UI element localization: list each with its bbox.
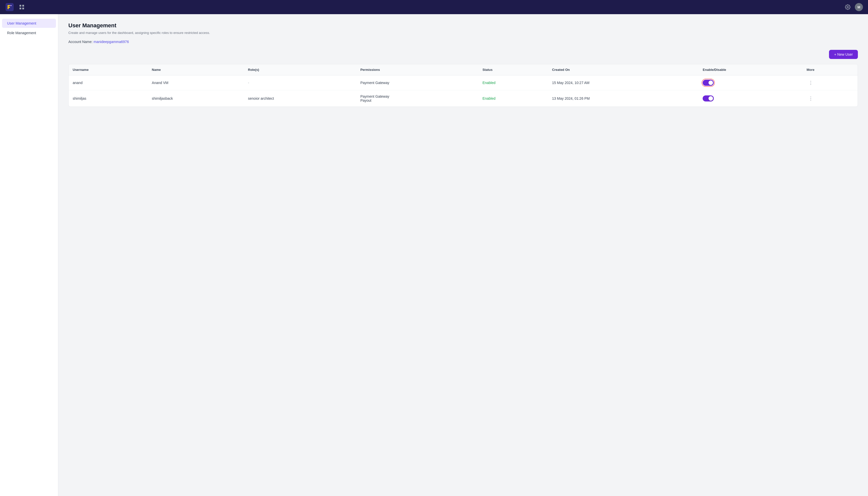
toggle-wrapper [703, 95, 798, 102]
cell-status: Enabled [478, 75, 548, 90]
page-title: User Management [68, 22, 858, 29]
users-table: Username Name Role(s) Permissions Status… [68, 64, 858, 107]
avatar[interactable]: M [855, 3, 863, 11]
sidebar: User Management Role Management [0, 14, 58, 496]
col-header-created-on: Created On [548, 64, 699, 75]
sidebar-item-user-management[interactable]: User Management [2, 19, 56, 28]
cell-name: Anand VM [148, 75, 244, 90]
new-user-button[interactable]: + New User [829, 50, 858, 59]
cell-more: ⋮ [803, 90, 858, 107]
col-header-permissions: Permissions [356, 64, 478, 75]
col-header-roles: Role(s) [244, 64, 356, 75]
toggle-knob [709, 96, 713, 101]
col-header-enable-disable: Enable/Disable [699, 64, 803, 75]
cell-status: Enabled [478, 90, 548, 107]
cell-created-on: 13 May 2024, 01:26 PM [548, 90, 699, 107]
account-name-row: Account Name: manideepgamma6976 [68, 40, 858, 44]
top-navigation: M [0, 0, 868, 14]
grid-icon[interactable] [18, 3, 25, 11]
cell-username: anand [68, 75, 148, 90]
sidebar-item-role-management[interactable]: Role Management [2, 28, 56, 37]
cell-more: ⋮ [803, 75, 858, 90]
svg-point-5 [847, 6, 849, 8]
main-content: User Management Create and manage users … [58, 14, 868, 496]
enable-disable-toggle[interactable] [703, 95, 714, 102]
table-header-row: Username Name Role(s) Permissions Status… [68, 64, 858, 75]
cell-permissions: Payment GatewayPayout [356, 90, 478, 107]
cell-name: shimiljasback [148, 90, 244, 107]
svg-rect-4 [22, 7, 24, 9]
app-logo[interactable] [5, 2, 14, 12]
status-badge: Enabled [482, 81, 495, 85]
toggle-wrapper [703, 80, 798, 86]
topnav-right: M [844, 3, 863, 11]
users-table-wrapper: Username Name Role(s) Permissions Status… [68, 64, 858, 107]
more-options-button[interactable]: ⋮ [806, 79, 815, 86]
more-options-button[interactable]: ⋮ [806, 95, 815, 102]
table-row: shimiljas shimiljasback senoior architec… [68, 90, 858, 107]
cell-toggle [699, 75, 803, 90]
svg-rect-3 [19, 7, 21, 9]
col-header-more: More [803, 64, 858, 75]
status-badge: Enabled [482, 96, 495, 100]
col-header-name: Name [148, 64, 244, 75]
cell-roles: - [244, 75, 356, 90]
settings-icon[interactable] [844, 3, 851, 11]
cell-username: shimiljas [68, 90, 148, 107]
page-subtitle: Create and manage users for the dashboar… [68, 31, 858, 35]
toggle-knob [709, 80, 713, 85]
col-header-status: Status [478, 64, 548, 75]
cell-permissions: Payment Gateway [356, 75, 478, 90]
topnav-left [5, 2, 25, 12]
account-label: Account Name: [68, 40, 93, 44]
svg-rect-2 [22, 5, 24, 6]
cell-roles: senoior architect [244, 90, 356, 107]
cell-toggle [699, 90, 803, 107]
svg-rect-1 [19, 5, 21, 6]
cell-created-on: 15 May 2024, 10:27 AM [548, 75, 699, 90]
enable-disable-toggle[interactable] [703, 80, 714, 86]
toolbar: + New User [68, 50, 858, 59]
account-value: manideepgamma6976 [94, 40, 129, 44]
main-layout: User Management Role Management User Man… [0, 14, 868, 496]
col-header-username: Username [68, 64, 148, 75]
table-row: anand Anand VM - Payment Gateway Enabled… [68, 75, 858, 90]
